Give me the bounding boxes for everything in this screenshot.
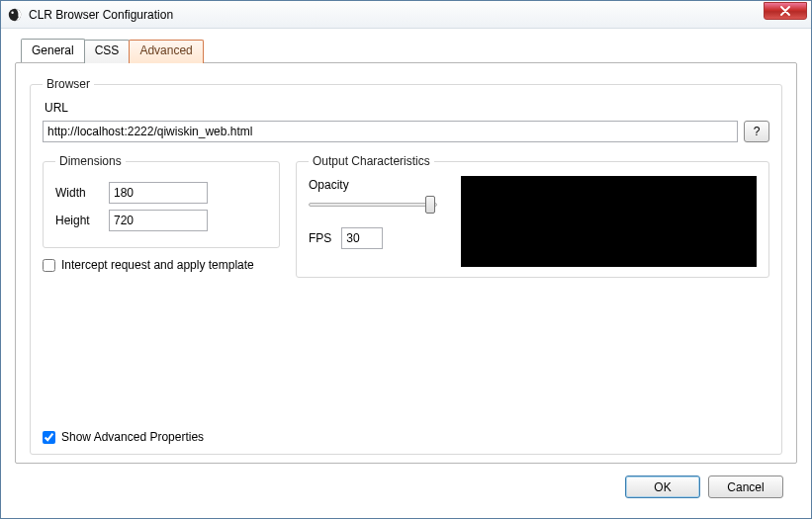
close-button[interactable] (764, 2, 807, 20)
tabpanel-general: Browser URL ? Dimensions Width (15, 62, 797, 464)
app-icon (7, 7, 23, 23)
intercept-label: Intercept request and apply template (61, 258, 254, 272)
svg-point-1 (11, 11, 13, 13)
height-label: Height (55, 214, 109, 227)
dimensions-group: Dimensions Width Height (43, 154, 280, 248)
slider-thumb[interactable] (425, 196, 435, 214)
body: General CSS Advanced Browser URL ? Dim (1, 29, 811, 518)
width-input[interactable] (109, 182, 208, 204)
intercept-checkbox[interactable] (43, 259, 55, 272)
window-title: CLR Browser Configuration (29, 8, 173, 22)
tab-advanced[interactable]: Advanced (129, 40, 203, 63)
tab-css[interactable]: CSS (84, 40, 131, 63)
tab-general[interactable]: General (21, 39, 85, 62)
fps-label: FPS (309, 231, 331, 245)
output-group: Output Characteristics Opacity FPS (296, 154, 769, 278)
show-advanced-checkbox[interactable] (43, 431, 55, 444)
height-input[interactable] (109, 210, 208, 231)
slider-track (309, 203, 437, 207)
browser-legend: Browser (43, 77, 94, 91)
browser-group: Browser URL ? Dimensions Width (30, 77, 782, 455)
url-label: URL (45, 101, 769, 115)
svg-point-2 (16, 16, 18, 18)
tabstrip: General CSS Advanced (21, 39, 797, 62)
url-input[interactable] (43, 121, 738, 142)
opacity-label: Opacity (309, 178, 447, 192)
output-legend: Output Characteristics (309, 154, 434, 168)
url-help-button[interactable]: ? (744, 121, 769, 142)
dimensions-legend: Dimensions (55, 154, 126, 168)
show-advanced-label: Show Advanced Properties (61, 430, 204, 444)
ok-button[interactable]: OK (625, 476, 700, 498)
cancel-button[interactable]: Cancel (708, 476, 783, 498)
footer: OK Cancel (15, 464, 797, 510)
window: CLR Browser Configuration General CSS Ad… (0, 0, 812, 519)
close-icon (779, 6, 791, 16)
preview-area (461, 176, 757, 267)
width-label: Width (55, 186, 109, 200)
opacity-slider[interactable] (309, 194, 437, 216)
fps-input[interactable] (341, 227, 383, 249)
titlebar: CLR Browser Configuration (1, 1, 811, 29)
